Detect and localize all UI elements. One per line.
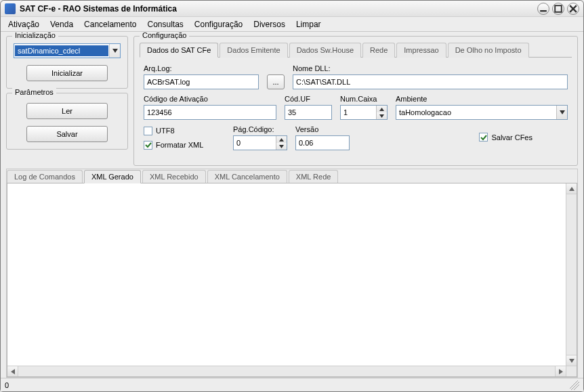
- pagcodigo-down-icon[interactable]: [276, 143, 287, 150]
- maximize-button[interactable]: [552, 3, 564, 15]
- legend-parametros: Parâmetros: [12, 88, 56, 96]
- checkbox-formatarxml[interactable]: Formatar XML: [144, 141, 225, 150]
- inicializar-button[interactable]: Inicializar: [26, 65, 108, 81]
- menu-ativacao[interactable]: Ativação: [6, 18, 41, 30]
- label-formatarxml: Formatar XML: [156, 141, 203, 149]
- menu-consultas[interactable]: Consultas: [145, 18, 185, 30]
- lower-tabs: Log de Comandos XML Gerado XML Recebido …: [7, 169, 577, 183]
- statusbar: 0: [1, 378, 583, 391]
- config-tabs: Dados do SAT CFe Dados Emitente Dados Sw…: [140, 42, 572, 58]
- input-codativ[interactable]: [144, 105, 276, 120]
- horizontal-scrollbar[interactable]: [7, 366, 566, 376]
- input-coduf[interactable]: [285, 105, 332, 120]
- input-arqlog[interactable]: [144, 74, 259, 89]
- resize-gripper-icon[interactable]: [570, 380, 579, 390]
- ler-button[interactable]: Ler: [26, 103, 108, 119]
- tab-content-dados-sat: Arq.Log: ... Nome DLL:: [140, 58, 572, 160]
- label-codativ: Código de Ativação: [144, 95, 276, 103]
- group-parametros: Parâmetros Ler Salvar: [6, 93, 128, 150]
- label-versao: Versão: [295, 125, 350, 133]
- pagcodigo-up-icon[interactable]: [276, 136, 287, 143]
- spinner-pagcodigo[interactable]: [233, 135, 287, 150]
- tab-rede[interactable]: Rede: [362, 43, 395, 58]
- label-nomedll: Nome DLL:: [293, 64, 568, 72]
- status-left: 0: [5, 381, 9, 389]
- input-numcaixa[interactable]: [341, 106, 376, 119]
- tab-log-comandos[interactable]: Log de Comandos: [7, 170, 83, 183]
- legend-configuracao: Configuração: [140, 32, 189, 39]
- salvar-button[interactable]: Salvar: [26, 126, 108, 142]
- checkbox-salvarcfes[interactable]: Salvar CFes: [479, 133, 533, 141]
- chevron-down-icon[interactable]: [109, 44, 120, 58]
- browse-arqlog-button[interactable]: ...: [267, 74, 285, 89]
- label-utf8: UTF8: [156, 127, 175, 135]
- scroll-up-icon[interactable]: [566, 183, 577, 194]
- label-ambiente: Ambiente: [396, 95, 568, 103]
- label-arqlog: Arq.Log:: [144, 64, 259, 72]
- menu-diversos[interactable]: Diversos: [251, 18, 287, 30]
- tab-impressao[interactable]: Impressao: [396, 43, 446, 58]
- xml-text-pane[interactable]: [7, 183, 577, 377]
- minimize-button[interactable]: [537, 3, 549, 15]
- select-ambiente[interactable]: taHomologacao: [396, 105, 568, 120]
- label-coduf: Cód.UF: [285, 95, 332, 103]
- checkbox-box-icon: [144, 127, 152, 135]
- svg-rect-1: [555, 5, 562, 12]
- tab-dados-sat[interactable]: Dados do SAT CFe: [140, 43, 218, 58]
- input-pagcodigo[interactable]: [234, 136, 276, 150]
- checkbox-box-icon: [479, 133, 488, 141]
- input-versao[interactable]: [295, 135, 350, 150]
- tab-olho-imposto[interactable]: De Olho no Imposto: [448, 43, 529, 58]
- scroll-right-icon[interactable]: [555, 366, 566, 376]
- tab-xml-cancelamento[interactable]: XML Cancelamento: [207, 170, 287, 183]
- lower-panel: Log de Comandos XML Gerado XML Recebido …: [6, 169, 578, 378]
- tab-xml-rede[interactable]: XML Rede: [289, 170, 339, 183]
- select-ambiente-value: taHomologacao: [396, 107, 556, 118]
- tab-xml-recebido[interactable]: XML Recebido: [142, 170, 206, 183]
- group-configuracao: Configuração Dados do SAT CFe Dados Emit…: [133, 36, 578, 166]
- label-salvarcfes: Salvar CFes: [491, 133, 533, 141]
- menu-limpar[interactable]: Limpar: [294, 18, 323, 30]
- checkbox-utf8[interactable]: UTF8: [144, 127, 225, 135]
- numcaixa-down-icon[interactable]: [377, 112, 387, 119]
- scroll-left-icon[interactable]: [7, 366, 18, 376]
- lib-combo-value: satDinamico_cdecl: [15, 45, 108, 56]
- scroll-down-icon[interactable]: [566, 355, 577, 366]
- menu-configuracao[interactable]: Configuração: [192, 18, 245, 30]
- numcaixa-up-icon[interactable]: [377, 106, 387, 112]
- lib-combo[interactable]: satDinamico_cdecl: [14, 43, 121, 58]
- group-inicializacao: Inicialização satDinamico_cdecl Iniciali…: [6, 36, 128, 89]
- input-nomedll[interactable]: [293, 74, 568, 89]
- tab-dados-swhouse[interactable]: Dados Sw.House: [289, 43, 361, 58]
- window-title: SAT CF-e - RAO Sistemas de Informática: [20, 4, 177, 14]
- spinner-numcaixa[interactable]: [340, 105, 388, 120]
- close-button[interactable]: [567, 3, 579, 15]
- menu-venda[interactable]: Venda: [48, 18, 75, 30]
- tab-xml-gerado[interactable]: XML Gerado: [84, 170, 141, 183]
- checkbox-box-icon: [144, 141, 152, 150]
- titlebar: SAT CF-e - RAO Sistemas de Informática: [1, 1, 583, 17]
- label-pagcodigo: Pág.Código:: [233, 125, 287, 133]
- legend-inicializacao: Inicialização: [12, 32, 58, 39]
- vertical-scrollbar[interactable]: [566, 183, 577, 366]
- app-window: SAT CF-e - RAO Sistemas de Informática A…: [0, 0, 584, 392]
- menu-cancelamento[interactable]: Cancelamento: [82, 18, 138, 30]
- chevron-down-icon[interactable]: [556, 106, 567, 119]
- label-numcaixa: Num.Caixa: [340, 95, 388, 103]
- scroll-corner: [566, 366, 577, 376]
- tab-dados-emitente[interactable]: Dados Emitente: [220, 43, 287, 58]
- app-icon: [5, 3, 16, 14]
- menubar: Ativação Venda Cancelamento Consultas Co…: [1, 17, 583, 32]
